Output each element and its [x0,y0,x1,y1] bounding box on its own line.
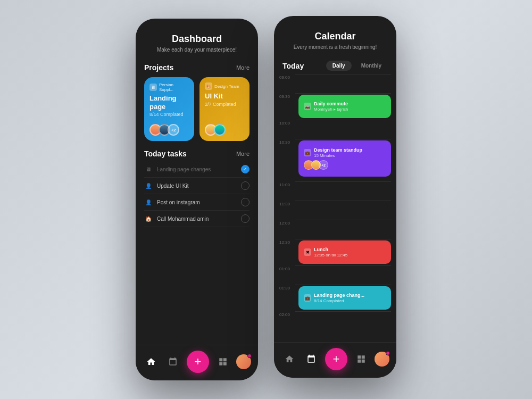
timeline-1100 [295,181,391,201]
event-lunch[interactable]: ✖ Lunch 12:05 on till 12:45 [298,240,391,264]
timeline-1200 [295,220,391,239]
lunch-icon: ✖ [304,248,311,256]
dashboard-header: Dashboard Make each day your masterpiece… [136,19,258,59]
task-icon-2: 👤 [144,198,153,206]
landing-title: Landing page chang... [314,293,364,298]
tasks-section-header: Today tasks More [136,145,258,161]
bottom-nav-right: + [274,342,396,378]
task-icon-1: 👤 [144,181,153,190]
nav-home-icon[interactable] [143,353,160,370]
timeline-0130: 💼 Landing page chang... 8/14 Complated [295,285,391,304]
card-sub-landing: 8/14 Complated [149,112,189,117]
time-0130: 01:30 [279,285,295,290]
nav-calendar-icon[interactable] [164,353,181,370]
slot-1130: 11:30 [279,201,391,220]
timeline-0930: 🚗 Daily commute Moniriyeh ▸ tajrish [295,93,391,112]
tab-monthly[interactable]: Monthly [355,61,388,71]
time-1000: 10:00 [279,120,295,126]
timeline-0100 [295,265,391,285]
slot-1030: 10:30 💼 Design team standup 15 Minutes [279,139,391,181]
event-standup-header: 💼 Design team standup 15 Minutes [304,147,386,158]
slot-0900: 09:00 [279,74,391,93]
nav-grid-icon-right[interactable] [353,351,370,368]
project-card-landing[interactable]: 🖥 Persian Suppl... Landing page 8/14 Com… [144,77,194,141]
nav-avatar-left[interactable] [236,354,251,369]
task-text-2: Post on instagram [157,200,237,205]
card-icon-uikit: 🎨 [205,82,212,90]
task-item-2[interactable]: 👤 Post on instagram [144,194,250,211]
event-landing-header: 💼 Landing page chang... 8/14 Complated [304,293,386,303]
slot-1230: 12:30 ✖ Lunch 12:05 on till 12:45 [279,239,391,265]
tasks-more-button[interactable]: More [236,151,250,157]
card-avatars-uikit [205,124,244,136]
event-lunch-header: ✖ Lunch 12:05 on till 12:45 [304,247,386,257]
task-text-3: Call Mohammad amin [157,216,237,222]
calendar-title: Calendar [282,31,388,42]
tasks-label: Today tasks [144,149,187,158]
projects-more-button[interactable]: More [236,64,250,71]
time-0200: 02:00 [279,311,295,317]
slot-1000: 10:00 [279,120,391,139]
timeline-1130 [295,201,391,220]
tab-daily[interactable]: Daily [326,61,352,71]
projects-row: 🖥 Persian Suppl... Landing page 8/14 Com… [136,75,258,145]
standup-title: Design team standup [314,147,362,153]
calendar-phone: Calendar Every moment is a fresh beginni… [274,16,396,378]
task-check-0[interactable]: ✓ [241,165,250,173]
projects-section-header: Projects More [136,59,258,75]
event-commute[interactable]: 🚗 Daily commute Moniriyeh ▸ tajrish [298,95,391,118]
task-item-0[interactable]: 🖥 Landing page changes ✓ [144,161,250,178]
nav-avatar-right[interactable] [375,352,389,367]
slot-1100: 11:00 [279,181,391,201]
nav-calendar-icon-right[interactable] [303,351,320,368]
card-title-uikit: UI Kit [205,92,244,101]
event-standup[interactable]: 💼 Design team standup 15 Minutes +2 [298,140,391,177]
task-icon-0: 🖥 [144,165,153,173]
slot-1200: 12:00 [279,220,391,239]
nav-avatar-dot [247,354,252,358]
task-text-0: Landing page changes [157,167,237,172]
nav-home-icon-right[interactable] [281,351,298,368]
task-check-3[interactable] [241,214,250,223]
timeline-0900 [295,74,391,93]
projects-label: Projects [144,63,173,72]
task-item-1[interactable]: 👤 Update UI Kit [144,178,250,194]
nav-avatar-dot-right [386,351,390,355]
slot-0200: 02:00 [279,311,391,330]
slot-0930: 09:30 🚗 Daily commute Moniriyeh ▸ tajris… [279,93,391,120]
standup-avatars: +2 [304,160,386,170]
time-1200: 12:00 [279,220,295,226]
time-1100: 11:00 [279,181,295,187]
commute-icon: 🚗 [304,103,311,110]
time-0100: 01:00 [279,265,295,271]
time-1130: 11:30 [279,201,295,206]
standup-icon: 💼 [304,149,311,156]
nav-add-button-right[interactable]: + [325,348,347,370]
nav-grid-icon[interactable] [214,353,231,370]
tasks-list: 🖥 Landing page changes ✓ 👤 Update UI Kit… [136,161,258,345]
task-check-2[interactable] [241,198,250,206]
dashboard-phone: Dashboard Make each day your masterpiece… [136,19,258,380]
project-card-uikit[interactable]: 🎨 Design Team UI Kit 2/7 Complated [200,77,250,141]
card-tag-landing: 🖥 Persian Suppl... [149,82,189,92]
task-item-3[interactable]: 🏠 Call Mohammad amin [144,211,250,227]
time-0900: 09:00 [279,74,295,80]
landing-subtitle: 8/14 Complated [314,298,364,303]
commute-subtitle: Moniriyeh ▸ tajrish [314,107,348,112]
task-text-1: Update UI Kit [157,183,237,189]
slot-0100: 01:00 [279,265,391,285]
time-0930: 09:30 [279,93,295,99]
lunch-subtitle: 12:05 on till 12:45 [314,253,347,257]
task-check-1[interactable] [241,181,250,190]
calendar-header: Calendar Every moment is a fresh beginni… [274,16,396,56]
slot-0130: 01:30 💼 Landing page chang... 8/14 Compl… [279,285,391,311]
timeline-1000 [295,120,391,139]
calendar-subtitle: Every moment is a fresh beginning! [282,44,388,50]
timeline-0200 [295,311,391,330]
event-landing[interactable]: 💼 Landing page chang... 8/14 Complated [298,286,391,310]
nav-add-button[interactable]: + [187,351,209,373]
avatar-plus-landing: +2 [168,124,179,136]
lunch-title: Lunch [314,247,347,252]
card-tag-uikit: 🎨 Design Team [205,82,244,90]
today-label: Today [282,62,304,70]
